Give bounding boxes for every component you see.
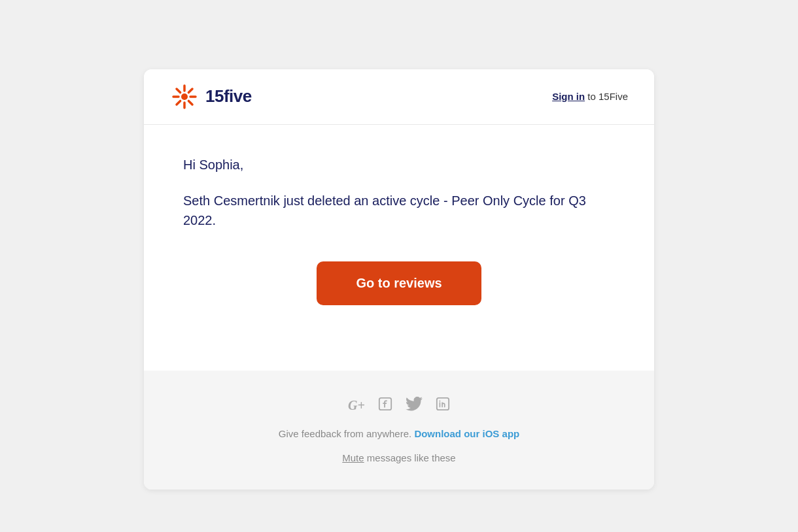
logo-area: 15five — [170, 82, 252, 111]
message-text: Seth Cesmertnik just deleted an active c… — [183, 191, 615, 230]
mute-suffix-text: messages like these — [367, 452, 456, 463]
svg-point-0 — [181, 93, 188, 100]
svg-line-6 — [188, 101, 192, 105]
footer-feedback-text: Give feedback from anywhere. Download ou… — [279, 428, 519, 439]
google-plus-icon[interactable]: G+ — [348, 398, 365, 413]
logo-icon — [170, 82, 199, 111]
svg-line-8 — [177, 101, 181, 105]
email-header: 15five Sign in to 15Five — [144, 69, 654, 125]
go-to-reviews-button[interactable]: Go to reviews — [317, 261, 481, 305]
email-footer: G+ — [144, 371, 654, 490]
sign-in-link[interactable]: Sign in — [552, 91, 585, 102]
mute-link[interactable]: Mute — [342, 452, 364, 463]
cta-area: Go to reviews — [183, 261, 615, 305]
svg-line-7 — [188, 89, 192, 93]
facebook-icon[interactable] — [378, 397, 392, 415]
ios-download-link[interactable]: Download our iOS app — [414, 428, 519, 439]
linkedin-icon[interactable] — [436, 397, 450, 415]
social-icons-row: G+ — [348, 397, 450, 415]
feedback-static-text: Give feedback from anywhere. — [279, 428, 411, 439]
email-wrapper: 15five Sign in to 15Five Hi Sophia, Seth… — [13, 13, 785, 532]
email-container: 15five Sign in to 15Five Hi Sophia, Seth… — [144, 69, 654, 490]
twitter-icon[interactable] — [406, 397, 423, 415]
svg-line-5 — [177, 89, 181, 93]
logo-text: 15five — [205, 86, 252, 107]
mute-area: Mute messages like these — [342, 452, 455, 463]
sign-in-text: to 15Five — [587, 91, 628, 102]
email-body: Hi Sophia, Seth Cesmertnik just deleted … — [144, 125, 654, 371]
greeting-text: Hi Sophia, — [183, 158, 615, 173]
sign-in-area: Sign in to 15Five — [552, 91, 628, 102]
